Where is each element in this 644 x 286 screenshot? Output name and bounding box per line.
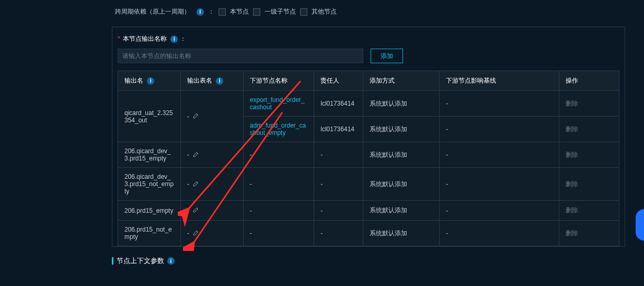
table-row: qicard_uat_2.325354_out-export_fund_orde… — [118, 91, 619, 117]
table-row: 206.prd15_empty---系统默认添加-删除 — [118, 201, 619, 221]
checkbox-label-self: 本节点 — [230, 7, 249, 16]
context-params-title: 节点上下文参数 i — [112, 256, 625, 266]
output-table: 输出名 i 输出表名 i 下游节点名称 责任人 添加方式 下游节点影响基线 操作… — [118, 71, 619, 246]
required-asterisk: * — [118, 35, 120, 42]
cell-outtable: - — [180, 201, 243, 221]
info-icon[interactable]: i — [167, 257, 175, 265]
cell-baseline: - — [439, 117, 559, 142]
edit-icon[interactable] — [192, 112, 200, 121]
table-header-row: 输出名 i 输出表名 i 下游节点名称 责任人 添加方式 下游节点影响基线 操作 — [118, 71, 619, 91]
cell-downnode[interactable]: export_fund_order_cashout — [243, 91, 314, 117]
cell-baseline: - — [439, 221, 559, 246]
cell-owner: lcl01736414 — [314, 91, 363, 117]
checkbox-label-other: 其他节点 — [312, 7, 337, 16]
cell-addmode: 系统默认添加 — [363, 91, 440, 117]
th-outname-text: 输出名 — [124, 77, 143, 84]
info-icon[interactable]: i — [147, 77, 154, 85]
edit-icon[interactable] — [192, 180, 200, 189]
output-name-input[interactable] — [118, 49, 363, 63]
cell-addmode: 系统默认添加 — [363, 201, 440, 221]
info-icon[interactable]: i — [170, 36, 178, 43]
th-addmode: 添加方式 — [363, 71, 440, 91]
section-title-text: 本节点输出名称 — [123, 35, 167, 42]
outtable-value: - — [187, 207, 189, 214]
edit-icon[interactable] — [192, 229, 200, 238]
cell-addmode: 系统默认添加 — [363, 142, 440, 168]
delete-button[interactable]: 删除 — [559, 168, 619, 201]
checkbox-label-child: 一级子节点 — [264, 7, 296, 16]
cell-addmode: 系统默认添加 — [363, 117, 440, 142]
context-params-text: 节点上下文参数 — [117, 256, 164, 266]
info-icon[interactable]: i — [216, 77, 223, 85]
cell-addmode: 系统默认添加 — [363, 221, 440, 246]
cell-downnode: - — [243, 221, 314, 246]
outtable-value: - — [187, 230, 189, 237]
th-outname: 输出名 i — [118, 71, 181, 91]
title-bar-icon — [112, 257, 113, 265]
cell-baseline: - — [439, 201, 559, 221]
cell-outname: qicard_uat_2.325354_out — [118, 91, 181, 142]
outtable-value: - — [187, 180, 189, 188]
delete-button[interactable]: 删除 — [559, 201, 619, 221]
section-title: * 本节点输出名称 i ： — [118, 35, 619, 43]
th-outtable: 输出表名 i — [180, 71, 243, 91]
cell-downnode: - — [243, 168, 314, 201]
info-icon[interactable]: i — [197, 8, 204, 16]
side-floating-button[interactable] — [636, 209, 644, 241]
checkbox-self-node[interactable] — [218, 8, 226, 16]
th-op: 操作 — [559, 71, 619, 91]
dependency-label: 跨周期依赖（原上一周期） — [115, 7, 190, 16]
cell-owner: - — [314, 142, 363, 168]
delete-button[interactable]: 删除 — [559, 221, 619, 246]
cell-outtable: - — [180, 221, 243, 246]
table-row: 206.prd15_not_empty---系统默认添加-删除 — [118, 221, 619, 246]
th-outtable-text: 输出表名 — [187, 77, 212, 84]
cell-outtable: - — [180, 168, 243, 201]
cell-outname: 206.qicard_dev_3.prd15_empty — [118, 142, 181, 168]
cell-addmode: 系统默认添加 — [363, 168, 440, 201]
cell-owner: - — [314, 168, 363, 201]
edit-icon[interactable] — [192, 206, 200, 215]
cell-owner: - — [314, 201, 363, 221]
outtable-value: - — [187, 113, 189, 120]
add-button[interactable]: 添加 — [371, 49, 403, 63]
cell-baseline: - — [439, 91, 559, 117]
th-owner: 责任人 — [314, 71, 363, 91]
checkbox-child-node[interactable] — [253, 8, 260, 16]
outtable-value: - — [187, 151, 189, 158]
cell-outname: 206.qicard_dev_3.prd15_not_empty — [118, 168, 181, 201]
colon: ： — [180, 35, 186, 42]
output-names-section: * 本节点输出名称 i ： 添加 输出名 i 输出表名 i — [112, 27, 625, 247]
table-row: 206.qicard_dev_3.prd15_not_empty---系统默认添… — [118, 168, 619, 201]
table-row: 206.qicard_dev_3.prd15_empty---系统默认添加-删除 — [118, 142, 619, 168]
cell-outtable: - — [180, 142, 243, 168]
colon: ： — [208, 7, 214, 16]
cell-owner: - — [314, 221, 363, 246]
cell-baseline: - — [439, 168, 559, 201]
delete-button[interactable]: 删除 — [559, 142, 619, 168]
cell-outname: 206.prd15_empty — [118, 201, 181, 221]
cross-cycle-dependency-row: 跨周期依赖（原上一周期） i ： 本节点 一级子节点 其他节点 — [110, 0, 627, 27]
cell-downnode: - — [243, 142, 314, 168]
delete-button[interactable]: 删除 — [559, 91, 619, 117]
cell-outname: 206.prd15_not_empty — [118, 221, 181, 246]
th-downnode: 下游节点名称 — [243, 71, 314, 91]
edit-icon[interactable] — [192, 151, 200, 159]
checkbox-other-node[interactable] — [300, 8, 307, 16]
cell-outtable: - — [180, 91, 243, 142]
cell-baseline: - — [439, 142, 559, 168]
cell-owner: lcl01736414 — [314, 117, 363, 142]
cell-downnode: - — [243, 201, 314, 221]
cell-downnode[interactable]: adm_fund_order_cashout_empty — [243, 117, 314, 142]
delete-button[interactable]: 删除 — [559, 117, 619, 142]
th-baseline: 下游节点影响基线 — [439, 71, 559, 91]
